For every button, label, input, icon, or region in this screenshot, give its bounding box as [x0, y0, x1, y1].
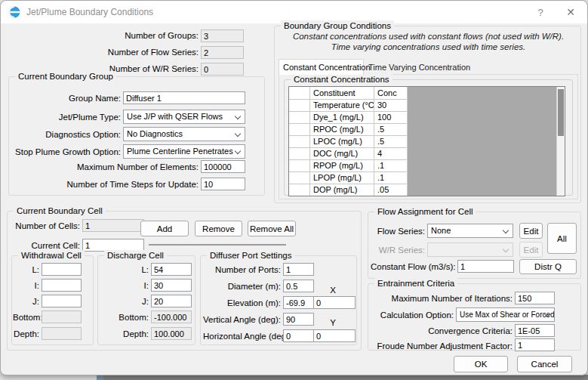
- diagnostics-option-dropdown[interactable]: No Diagnostics: [123, 127, 245, 141]
- tab-constant-concentration[interactable]: Constant Concentration: [279, 59, 364, 75]
- withdrawal-cell-title: Withdrawal Cell: [18, 250, 85, 261]
- discharge-l-input[interactable]: [151, 263, 192, 276]
- background-strip-blue: [97, 375, 103, 380]
- row-selector[interactable]: [289, 112, 310, 124]
- table-row[interactable]: Temperature (°C) 30: [289, 100, 408, 112]
- number-of-wr-series-input[interactable]: [201, 63, 244, 76]
- remove-all-button[interactable]: Remove All: [248, 221, 296, 236]
- row-selector[interactable]: [289, 148, 310, 160]
- distr-q-button[interactable]: Distr Q: [519, 259, 577, 274]
- cell-conc[interactable]: .05: [374, 184, 408, 196]
- remove-button[interactable]: Remove: [195, 221, 242, 236]
- table-scrollbar[interactable]: [556, 87, 565, 196]
- constant-flow-label: Constant Flow (m3/s):: [371, 261, 455, 273]
- stop-plume-growth-label: Stop Plume Growth Option:: [11, 146, 121, 159]
- flow-assignment-title: Flow Assignment for Cell: [374, 206, 476, 217]
- discharge-j-label: J:: [102, 295, 149, 308]
- diameter-input[interactable]: [283, 280, 314, 292]
- discharge-j-input[interactable]: [151, 295, 192, 307]
- jet-plume-type-dropdown[interactable]: Use J/P with QSER Flows: [123, 110, 245, 124]
- cell-conc[interactable]: .5: [374, 124, 408, 136]
- discharge-i-input[interactable]: [151, 279, 192, 292]
- calculation-option-label: Calculation Option:: [372, 309, 454, 322]
- current-boundary-group-title: Current Boundary Group: [15, 71, 116, 82]
- withdrawal-l-label: L:: [13, 264, 39, 277]
- withdrawal-j-input[interactable]: [42, 295, 82, 307]
- max-elements-input[interactable]: [201, 160, 245, 173]
- close-button[interactable]: ✕: [559, 4, 582, 20]
- discharge-depth-label: Depth:: [102, 328, 149, 341]
- tab-time-varying-concentration[interactable]: Time Varying Concentration: [365, 60, 475, 74]
- cell-conc[interactable]: .5: [374, 136, 408, 148]
- max-iterations-input[interactable]: [515, 292, 555, 304]
- row-selector[interactable]: [289, 172, 310, 184]
- group-name-input[interactable]: [123, 91, 245, 104]
- vertical-angle-input[interactable]: [283, 313, 314, 326]
- cell-constituent[interactable]: RPOC (mg/L): [310, 124, 374, 136]
- table-row[interactable]: DOC (mg/L) 4: [289, 148, 408, 160]
- cell-conc[interactable]: 100: [374, 112, 408, 124]
- row-selector[interactable]: [289, 160, 310, 172]
- horizontal-angle-input[interactable]: [283, 329, 314, 342]
- time-steps-input[interactable]: [201, 178, 245, 190]
- cell-conc[interactable]: .1: [374, 160, 408, 172]
- calculation-option-dropdown[interactable]: Use Max of Shear or Forced: [456, 307, 555, 322]
- cell-divider: [149, 244, 286, 246]
- row-selector[interactable]: [289, 124, 310, 136]
- constant-concentrations-table[interactable]: Constituent Conc Temperature (°C) 30 Dye…: [288, 86, 565, 196]
- elevation-input[interactable]: [283, 296, 314, 309]
- vertical-angle-label: Vertical Angle (deg):: [203, 314, 281, 326]
- max-iterations-label: Maximum Number of Iterations:: [371, 292, 513, 305]
- table-row[interactable]: RPOC (mg/L) .5: [289, 124, 408, 136]
- number-of-flow-series-input[interactable]: [201, 46, 244, 59]
- wr-series-dropdown: [427, 243, 513, 257]
- withdrawal-i-input[interactable]: [42, 279, 82, 292]
- help-button[interactable]: ?: [529, 4, 552, 20]
- desktop-background: Jet/Plume Boundary Conditions ? ✕ Number…: [0, 0, 588, 380]
- number-of-ports-input[interactable]: [283, 263, 314, 276]
- number-of-cells-input[interactable]: [82, 219, 144, 232]
- table-row[interactable]: LPOC (mg/L) .5: [289, 136, 408, 148]
- jet-plume-boundary-conditions-dialog: Jet/Plume Boundary Conditions ? ✕ Number…: [0, 0, 588, 375]
- table-row[interactable]: Dye_1 (mg/L) 100: [289, 112, 408, 124]
- number-of-groups-input[interactable]: [201, 29, 244, 42]
- table-row[interactable]: LPOP (mg/L) .1: [289, 172, 408, 184]
- cell-constituent[interactable]: DOC (mg/L): [310, 148, 374, 160]
- table-empty-area: [408, 87, 556, 196]
- table-scrollbar-thumb[interactable]: [558, 89, 564, 136]
- cell-constituent[interactable]: Dye_1 (mg/L): [310, 112, 374, 124]
- x-offset-input[interactable]: [313, 296, 356, 309]
- constant-flow-input[interactable]: [457, 260, 514, 273]
- cell-conc[interactable]: .1: [374, 172, 408, 184]
- withdrawal-i-label: I:: [13, 280, 39, 292]
- add-button[interactable]: Add: [140, 221, 189, 236]
- discharge-bottom-input: [151, 310, 192, 323]
- stop-plume-growth-dropdown[interactable]: Plume Centerline Penetrates: [123, 144, 245, 159]
- row-selector[interactable]: [289, 136, 310, 148]
- background-strip-light: [0, 375, 97, 380]
- convergence-criteria-input[interactable]: [515, 324, 555, 337]
- row-selector[interactable]: [289, 184, 310, 196]
- row-selector[interactable]: [289, 100, 310, 112]
- flow-series-edit-button[interactable]: Edit: [519, 223, 543, 239]
- cell-conc[interactable]: 4: [374, 148, 408, 160]
- cell-constituent[interactable]: LPOC (mg/L): [310, 136, 374, 148]
- cell-constituent[interactable]: Temperature (°C): [310, 100, 374, 112]
- table-row[interactable]: DOP (mg/L) .05: [289, 184, 408, 196]
- froude-factor-input[interactable]: [515, 338, 555, 351]
- cell-constituent[interactable]: LPOP (mg/L): [310, 172, 374, 184]
- horizontal-angle-label: Horizontal Angle (deg):: [203, 330, 281, 343]
- background-strip-dark: [103, 375, 588, 380]
- all-button[interactable]: All: [547, 223, 577, 254]
- diameter-label: Diameter (m):: [203, 280, 281, 293]
- constant-concentrations-title: Constant Concentrations: [291, 74, 393, 85]
- cancel-button[interactable]: Cancel: [517, 356, 572, 372]
- cell-constituent[interactable]: DOP (mg/L): [310, 184, 374, 196]
- ok-button[interactable]: OK: [454, 356, 508, 372]
- table-row[interactable]: RPOP (mg/L) .1: [289, 160, 408, 172]
- y-offset-input[interactable]: [313, 329, 356, 342]
- withdrawal-l-input[interactable]: [42, 263, 82, 276]
- cell-constituent[interactable]: RPOP (mg/L): [310, 160, 374, 172]
- flow-series-dropdown[interactable]: None: [427, 224, 513, 238]
- cell-conc[interactable]: 30: [374, 100, 408, 112]
